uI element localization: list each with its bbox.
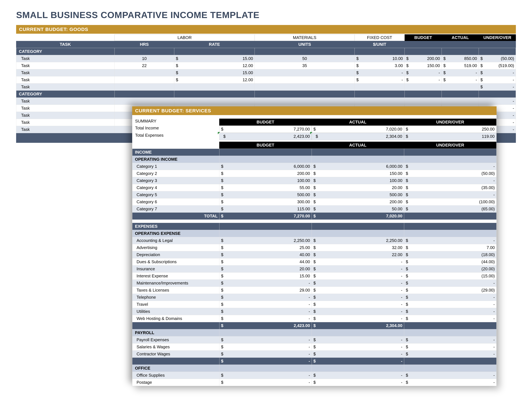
goods-row[interactable]: Task 10 $15.00 50 $10.00 $200.00 $850.00… xyxy=(16,55,516,62)
services-income-row[interactable]: Category 3$100.00$100.00$- xyxy=(132,177,496,184)
services-expense-row[interactable]: Utilities$-$-$- xyxy=(132,308,496,315)
services-payroll-row[interactable]: Salaries & Wages$-$-$- xyxy=(132,344,496,351)
services-office-sub: OFFICE xyxy=(132,365,496,372)
services-head2-under: UNDER/OVER xyxy=(404,142,496,149)
goods-head-under: UNDER/OVER xyxy=(479,34,516,41)
goods-header-row1: LABOR MATERIALS FIXED COST BUDGET ACTUAL… xyxy=(16,34,516,41)
services-expense-row[interactable]: Insurance$20.00$-$(20.00) xyxy=(132,265,496,272)
services-income-row[interactable]: Category 1$6,000.00$6,000.00$- xyxy=(132,163,496,170)
services-head-actual: ACTUAL xyxy=(312,119,404,126)
goods-head-fixed: FIXED COST xyxy=(355,34,405,41)
services-total-row: $2,423.00$2,304.00 xyxy=(132,322,496,329)
goods-head-task: TASK xyxy=(16,41,114,48)
services-total-row: TOTAL$7,270.00$7,020.00 xyxy=(132,213,496,220)
goods-row[interactable]: Task 22 $12.00 35 $3.00 $150.00 $519.00 … xyxy=(16,62,516,69)
services-payroll-row[interactable]: Payroll Expenses$-$-$- xyxy=(132,336,496,344)
services-expenses-band: EXPENSES xyxy=(132,223,496,230)
services-income-row[interactable]: Category 4$55.00$20.00$(35.00) xyxy=(132,184,496,191)
goods-row[interactable]: Task $15.00 $- $- $- $- xyxy=(16,69,516,76)
services-expense-row[interactable]: Interest Expense$15.00$-$(15.00) xyxy=(132,272,496,280)
services-summary-label: SUMMARY xyxy=(132,119,219,126)
goods-row[interactable]: Task - xyxy=(16,98,516,105)
services-income-row[interactable]: Category 6$300.00$200.00$(100.00) xyxy=(132,198,496,206)
goods-head-hrs: HRS xyxy=(114,41,174,48)
goods-row[interactable]: Task $12.00 $- $- $- $- xyxy=(16,76,516,84)
services-income-row[interactable]: Category 7$115.00$50.00$(65.00) xyxy=(132,206,496,213)
services-expense-row[interactable]: Dues & Subscriptions$44.00$-$(44.00) xyxy=(132,258,496,265)
services-table-header: BUDGET ACTUAL UNDER/OVER xyxy=(132,142,496,149)
goods-category-row: CATEGORY xyxy=(16,48,516,55)
goods-head-labor: LABOR xyxy=(114,34,255,41)
services-head2-budget: BUDGET xyxy=(219,142,312,149)
services-payroll-row[interactable]: Contractor Wages$-$-$- xyxy=(132,351,496,358)
services-expense-row[interactable]: Web Hosting & Domains$-$-$- xyxy=(132,315,496,322)
services-summary-row[interactable]: Total Expenses $2,423.00 $2,304.00 $119.… xyxy=(132,133,496,140)
services-section-bar: CURRENT BUDGET: SERVICES xyxy=(132,106,496,115)
services-expense-row[interactable]: Depreciation$40.00$22.00$(18.00) xyxy=(132,251,496,258)
services-payroll-sub: PAYROLL xyxy=(132,329,496,336)
services-expenses-sub: OPERATING EXPENSE xyxy=(132,230,496,237)
services-expense-row[interactable]: Maintenance/Improvements$-$-$- xyxy=(132,280,496,287)
goods-head-materials: MATERIALS xyxy=(255,34,355,41)
services-expense-row[interactable]: Advertising$25.00$32.00$7.00 xyxy=(132,244,496,251)
services-office-row[interactable]: Postage$-$-$- xyxy=(132,379,496,386)
services-expense-row[interactable]: Taxes & Licenses$29.00$-$(29.00) xyxy=(132,287,496,294)
goods-header-row2: TASK HRS RATE UNITS $/UNIT xyxy=(16,41,516,48)
services-income-row[interactable]: Category 2$200.00$150.00$(50.00) xyxy=(132,170,496,177)
services-expense-row[interactable]: Accounting & Legal$2,250.00$2,250.00$- xyxy=(132,237,496,244)
services-head-budget: BUDGET xyxy=(219,119,312,126)
goods-category-row: CATEGORY xyxy=(16,91,516,98)
services-summary-header: SUMMARY BUDGET ACTUAL UNDER/OVER xyxy=(132,119,496,126)
goods-section-bar: CURRENT BUDGET: GOODS xyxy=(16,25,516,34)
services-panel: CURRENT BUDGET: SERVICES SUMMARY BUDGET … xyxy=(132,106,496,386)
services-office-row[interactable]: Office Supplies$-$-$- xyxy=(132,372,496,379)
services-head-under: UNDER/OVER xyxy=(404,119,496,126)
services-summary-row[interactable]: Total Income $7,270.00 $7,020.00 $250.00 xyxy=(132,126,496,133)
page-title: SMALL BUSINESS COMPARATIVE INCOME TEMPLA… xyxy=(16,10,516,20)
services-expense-row[interactable]: Telephone$-$-$- xyxy=(132,294,496,301)
services-income-row[interactable]: Category 5$500.00$500.00$- xyxy=(132,191,496,198)
services-income-sub: OPERATING INCOME xyxy=(132,156,496,163)
services-total-row: $-$- xyxy=(132,358,496,365)
services-table: INCOMEOPERATING INCOMECategory 1$6,000.0… xyxy=(132,149,496,386)
goods-row[interactable]: Task $- xyxy=(16,84,516,91)
goods-head-actual: ACTUAL xyxy=(442,34,479,41)
services-head2-actual: ACTUAL xyxy=(312,142,404,149)
spacer xyxy=(132,220,496,223)
goods-head-units: UNITS xyxy=(255,41,355,48)
services-income-band: INCOME xyxy=(132,149,496,156)
goods-head-punit: $/UNIT xyxy=(355,41,405,48)
goods-head-rate: RATE xyxy=(174,41,255,48)
services-expense-row[interactable]: Travel$-$-$- xyxy=(132,301,496,308)
goods-head-budget: BUDGET xyxy=(405,34,442,41)
